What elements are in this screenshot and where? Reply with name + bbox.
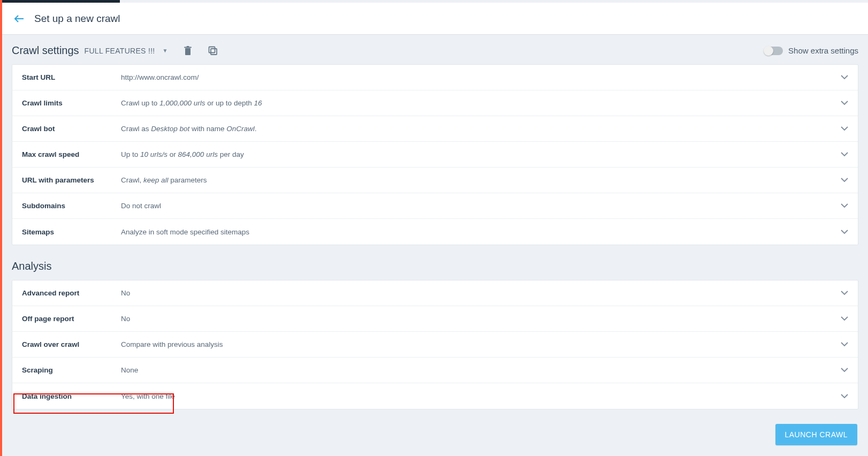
extra-settings-toggle[interactable]: [765, 47, 783, 55]
analysis-setting-row[interactable]: Crawl over crawlCompare with previous an…: [12, 332, 858, 358]
crawl-setting-row-label: Subdomains: [22, 202, 121, 210]
crawl-setting-row[interactable]: Crawl limitsCrawl up to 1,000,000 urls o…: [12, 90, 858, 116]
analysis-setting-row[interactable]: ScrapingNone: [12, 358, 858, 383]
chevron-down-icon[interactable]: ▼: [163, 48, 168, 54]
analysis-setting-row-value: No: [121, 289, 841, 297]
chevron-down-icon: [841, 291, 848, 295]
chevron-down-icon: [841, 203, 848, 208]
trash-icon[interactable]: [184, 46, 192, 56]
left-accent-bar: [0, 0, 2, 456]
crawl-setting-row-label: Max crawl speed: [22, 150, 121, 158]
chevron-down-icon: [841, 342, 848, 347]
analysis-setting-row-label: Advanced report: [22, 289, 121, 297]
analysis-setting-row[interactable]: Off page reportNo: [12, 306, 858, 332]
analysis-setting-row-label: Scraping: [22, 366, 121, 374]
crawl-setting-row-value: http://www.oncrawl.com/: [121, 73, 841, 81]
page-title: Set up a new crawl: [34, 13, 120, 25]
launch-crawl-button[interactable]: LAUNCH CRAWL: [775, 424, 858, 445]
crawl-setting-row-label: Sitemaps: [22, 228, 121, 236]
analysis-panel: Advanced reportNoOff page reportNoCrawl …: [12, 280, 858, 409]
crawl-setting-row[interactable]: Start URLhttp://www.oncrawl.com/: [12, 65, 858, 90]
extra-settings-label: Show extra settings: [788, 46, 858, 55]
analysis-setting-row-label: Data ingestion: [22, 392, 121, 400]
chevron-down-icon: [841, 75, 848, 80]
crawl-setting-row-value: Up to 10 urls/s or 864,000 urls per day: [121, 150, 841, 158]
crawl-settings-title: Crawl settings: [12, 44, 79, 57]
svg-rect-5: [209, 47, 215, 52]
analysis-setting-row-value: Compare with previous analysis: [121, 340, 841, 348]
page-header: Set up a new crawl: [2, 3, 868, 35]
crawl-setting-row-value: Do not crawl: [121, 202, 841, 210]
crawl-settings-panel: Start URLhttp://www.oncrawl.com/Crawl li…: [12, 64, 858, 245]
analysis-setting-row-label: Crawl over crawl: [22, 340, 121, 348]
crawl-setting-row-label: Start URL: [22, 73, 121, 81]
copy-icon[interactable]: [208, 46, 218, 56]
crawl-setting-row-value: Crawl as Desktop bot with name OnCrawl.: [121, 125, 841, 133]
profile-dropdown-label[interactable]: FULL FEATURES !!!: [85, 47, 155, 55]
chevron-down-icon: [841, 126, 848, 131]
chevron-down-icon: [841, 368, 848, 373]
crawl-setting-row[interactable]: URL with parametersCrawl, keep all param…: [12, 168, 858, 193]
svg-rect-4: [211, 49, 217, 55]
back-arrow-icon[interactable]: [14, 15, 25, 22]
analysis-section-title: Analysis: [12, 260, 858, 272]
crawl-setting-row-label: URL with parameters: [22, 176, 121, 184]
chevron-down-icon: [841, 101, 848, 105]
crawl-setting-row[interactable]: SubdomainsDo not crawl: [12, 193, 858, 219]
analysis-setting-row-value: Yes, with one file: [121, 392, 841, 400]
analysis-setting-row-label: Off page report: [22, 315, 121, 323]
analysis-setting-row[interactable]: Advanced reportNo: [12, 280, 858, 306]
analysis-setting-row-value: None: [121, 366, 841, 374]
crawl-setting-row[interactable]: SitemapsAnalyze in soft mode specified s…: [12, 219, 858, 245]
crawl-setting-row-label: Crawl bot: [22, 125, 121, 133]
crawl-setting-row[interactable]: Crawl botCrawl as Desktop bot with name …: [12, 116, 858, 142]
svg-rect-1: [185, 48, 191, 55]
crawl-setting-row-value: Analyze in soft mode specified sitemaps: [121, 228, 841, 236]
crawl-setting-row-label: Crawl limits: [22, 99, 121, 107]
crawl-setting-row-value: Crawl, keep all parameters: [121, 176, 841, 184]
svg-rect-3: [187, 46, 189, 47]
toggle-thumb: [764, 46, 773, 56]
analysis-setting-row[interactable]: Data ingestionYes, with one file: [12, 383, 858, 409]
chevron-down-icon: [841, 316, 848, 321]
chevron-down-icon: [841, 230, 848, 234]
crawl-setting-row-value: Crawl up to 1,000,000 urls or up to dept…: [121, 99, 841, 107]
analysis-setting-row-value: No: [121, 315, 841, 323]
crawl-setting-row[interactable]: Max crawl speedUp to 10 urls/s or 864,00…: [12, 142, 858, 168]
chevron-down-icon: [841, 394, 848, 399]
toolbar: Crawl settings FULL FEATURES !!! ▼ Show …: [12, 44, 858, 57]
chevron-down-icon: [841, 178, 848, 183]
chevron-down-icon: [841, 152, 848, 157]
